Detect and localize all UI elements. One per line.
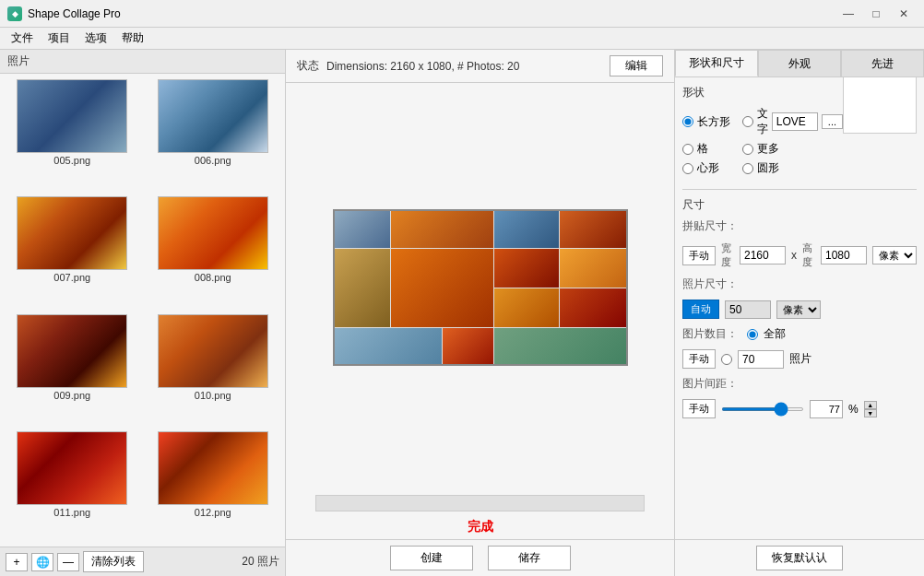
maximize-button[interactable]: □	[863, 5, 889, 23]
photos-panel-header: 照片	[0, 50, 285, 74]
spacing-up-button[interactable]: ▲	[864, 401, 877, 409]
list-item[interactable]: 009.png	[6, 314, 139, 424]
shape-grid-option[interactable]: 格	[682, 141, 739, 157]
photo-label-012: 012.png	[195, 507, 231, 518]
photo-label-007: 007.png	[53, 272, 90, 283]
tab-appearance[interactable]: 外观	[758, 50, 841, 76]
create-button[interactable]: 创建	[390, 546, 473, 570]
spacing-manual-button[interactable]: 手动	[682, 399, 716, 418]
collage-unit-select[interactable]: 像素 英寸 厘米	[872, 246, 917, 264]
center-footer: 创建 储存	[286, 539, 674, 576]
photo-size-controls: 自动 像素	[682, 300, 917, 319]
photo-size-unit-select[interactable]: 像素	[776, 300, 821, 319]
shape-text-option[interactable]: 文字 ...	[742, 106, 843, 137]
count-manual-radio[interactable]	[721, 354, 732, 365]
right-footer: 恢复默认认	[675, 539, 924, 576]
add-photo-button[interactable]: +	[6, 553, 28, 571]
menu-project[interactable]: 项目	[41, 29, 77, 48]
list-item[interactable]: 006.png	[147, 79, 280, 189]
app-title: Shape Collage Pro	[28, 7, 835, 20]
shape-rect-radio[interactable]	[682, 116, 693, 127]
count-value-input[interactable]	[738, 350, 784, 369]
shape-heart-radio[interactable]	[682, 163, 693, 174]
tabs-row: 形状和尺寸 外观 先进	[675, 50, 924, 77]
remove-photo-button[interactable]: —	[57, 553, 79, 571]
shape-text-radio[interactable]	[742, 116, 753, 127]
count-manual-button[interactable]: 手动	[682, 349, 716, 369]
photo-count: 20 照片	[242, 554, 279, 570]
photo-label-006: 006.png	[195, 155, 231, 166]
photo-label-009: 009.png	[53, 390, 90, 401]
photo-thumb-012	[158, 431, 268, 505]
list-item[interactable]: 005.png	[6, 79, 139, 189]
photo-label-011: 011.png	[53, 507, 90, 518]
spacing-spinner: ▲ ▼	[864, 401, 877, 417]
list-item[interactable]: 010.png	[147, 314, 280, 424]
preview-area	[286, 83, 674, 491]
x-separator: x	[791, 249, 797, 262]
menu-bar: 文件 项目 选项 帮助	[0, 28, 924, 50]
spacing-pct-label: %	[848, 403, 859, 416]
divider-1	[682, 189, 917, 190]
list-item[interactable]: 011.png	[6, 431, 139, 541]
status-bar: 状态 Dimensions: 2160 x 1080, # Photos: 20…	[286, 50, 674, 83]
menu-options[interactable]: 选项	[77, 29, 114, 48]
shape-circle-radio[interactable]	[742, 163, 753, 174]
shape-text-label: 文字	[757, 106, 768, 137]
close-button[interactable]: ✕	[891, 5, 917, 23]
shape-text-dots-button[interactable]: ...	[822, 114, 843, 129]
shape-heart-option[interactable]: 心形	[682, 160, 739, 176]
shape-more-label: 更多	[757, 141, 779, 157]
main-layout: 照片 005.png 006.png 007.png 008.png 009.p…	[0, 50, 924, 576]
width-label: 宽度	[721, 241, 734, 269]
collage-size-label: 拼贴尺寸：	[682, 218, 738, 234]
shape-more-radio[interactable]	[742, 144, 753, 155]
clear-list-button[interactable]: 清除列表	[83, 551, 144, 572]
spacing-controls: 手动 % ▲ ▼	[682, 399, 917, 418]
spacing-slider[interactable]	[721, 407, 804, 411]
shape-text-input[interactable]	[772, 112, 818, 131]
online-photo-button[interactable]: 🌐	[31, 553, 53, 571]
status-label: 状态	[297, 58, 319, 74]
spacing-row: 图片间距：	[682, 376, 917, 392]
photo-list: 005.png 006.png 007.png 008.png 009.png …	[0, 74, 285, 547]
spacing-label: 图片间距：	[682, 376, 738, 392]
photo-thumb-011	[17, 431, 127, 505]
count-all-radio[interactable]	[747, 329, 758, 340]
list-item[interactable]: 008.png	[147, 196, 280, 306]
save-button[interactable]: 储存	[488, 546, 571, 570]
shape-circle-option[interactable]: 圆形	[742, 160, 843, 176]
minimize-button[interactable]: —	[835, 5, 861, 23]
menu-file[interactable]: 文件	[4, 29, 41, 48]
list-item[interactable]: 012.png	[147, 431, 280, 541]
restore-defaults-button[interactable]: 恢复默认认	[756, 546, 843, 570]
photo-label-008: 008.png	[195, 272, 231, 283]
photo-thumb-006	[158, 79, 268, 153]
complete-text: 完成	[301, 515, 659, 539]
photo-thumb-010	[158, 314, 268, 388]
list-item[interactable]: 007.png	[6, 196, 139, 306]
photo-size-auto-button[interactable]: 自动	[682, 300, 719, 319]
photo-size-input	[725, 300, 771, 319]
count-photos-label: 照片	[789, 351, 811, 367]
spacing-value-input[interactable]	[810, 400, 843, 418]
shape-grid-label: 格	[697, 141, 708, 157]
tab-shape-size[interactable]: 形状和尺寸	[675, 50, 758, 76]
right-panel: 形状和尺寸 外观 先进 形状 长方形 文字	[675, 50, 924, 576]
collage-preview	[333, 209, 628, 366]
photo-thumb-005	[17, 79, 127, 153]
count-all-label: 全部	[764, 326, 786, 342]
tab-advanced[interactable]: 先进	[841, 50, 924, 76]
height-label: 高度	[802, 241, 815, 269]
collage-width-input[interactable]	[740, 246, 786, 264]
spacing-down-button[interactable]: ▼	[864, 409, 877, 417]
shape-rect-option[interactable]: 长方形	[682, 106, 739, 137]
shape-rect-label: 长方形	[697, 114, 730, 130]
shape-grid-radio[interactable]	[682, 144, 693, 155]
shape-more-option[interactable]: 更多	[742, 141, 843, 157]
collage-height-input[interactable]	[821, 246, 867, 264]
collage-size-manual-button[interactable]: 手动	[682, 246, 716, 265]
photo-count-label: 图片数目：	[682, 326, 738, 342]
edit-button[interactable]: 编辑	[610, 55, 663, 76]
menu-help[interactable]: 帮助	[114, 29, 151, 48]
